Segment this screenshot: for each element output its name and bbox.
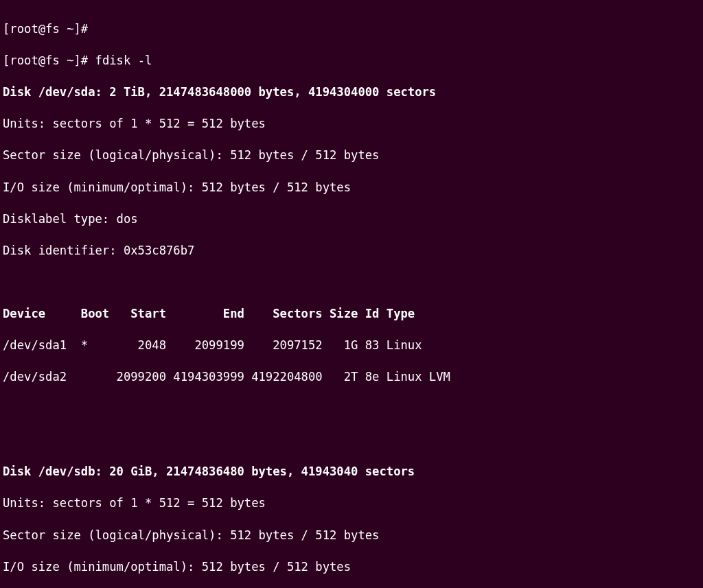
disk-io-size: I/O size (minimum/optimal): 512 bytes / … [3, 559, 700, 575]
disk-sector-size: Sector size (logical/physical): 512 byte… [3, 528, 700, 543]
disk-identifier: Disk identifier: 0x53c876b7 [3, 243, 700, 259]
command-fdisk: fdisk -l [95, 54, 152, 67]
disk-header-sda: Disk /dev/sda: 2 TiB, 2147483648000 byte… [3, 84, 700, 100]
disk-units: Units: sectors of 1 * 512 = 512 bytes [3, 116, 700, 132]
prompt-line-1: [root@fs ~]# [3, 21, 700, 37]
prompt: [root@fs ~]# [3, 54, 88, 67]
partition-row-sda1: /dev/sda1 * 2048 2099199 2097152 1G 83 L… [3, 338, 700, 353]
blank-line [3, 274, 700, 290]
disk-units: Units: sectors of 1 * 512 = 512 bytes [3, 495, 700, 511]
disk-label-type: Disklabel type: dos [3, 211, 700, 227]
blank-line [3, 432, 700, 448]
disk-header-sdb: Disk /dev/sdb: 20 GiB, 21474836480 bytes… [3, 464, 700, 480]
blank-line [3, 401, 700, 416]
partition-table-header: Device Boot Start End Sectors Size Id Ty… [3, 306, 700, 322]
prompt: [root@fs ~]# [3, 22, 88, 36]
disk-io-size: I/O size (minimum/optimal): 512 bytes / … [3, 180, 700, 196]
disk-sector-size: Sector size (logical/physical): 512 byte… [3, 148, 700, 163]
prompt-line-2: [root@fs ~]# fdisk -l [3, 53, 700, 69]
partition-row-sda2: /dev/sda2 2099200 4194303999 4192204800 … [3, 369, 700, 385]
terminal[interactable]: [root@fs ~]# [root@fs ~]# fdisk -l Disk … [0, 0, 703, 588]
